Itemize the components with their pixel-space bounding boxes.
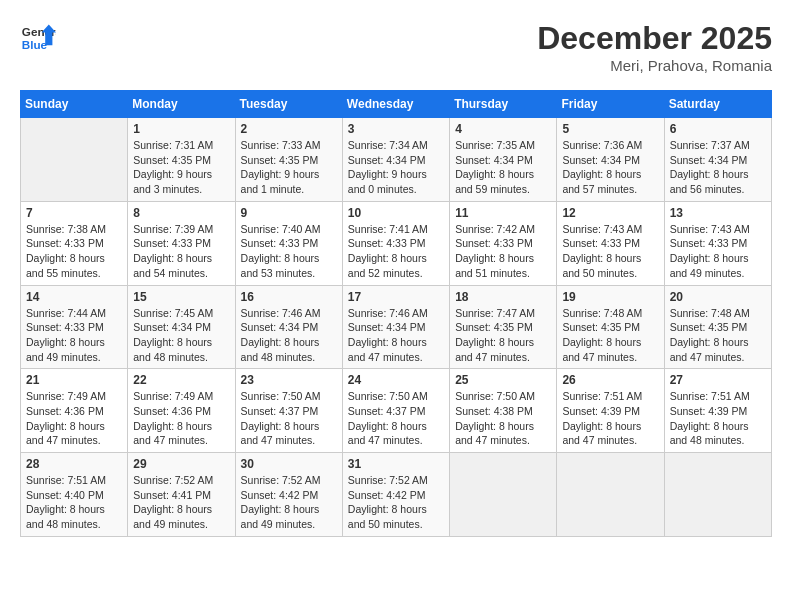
day-info: Sunrise: 7:48 AMSunset: 4:35 PMDaylight:… xyxy=(562,306,658,365)
day-info: Sunrise: 7:51 AMSunset: 4:39 PMDaylight:… xyxy=(562,389,658,448)
day-number: 6 xyxy=(670,122,766,136)
day-info: Sunrise: 7:40 AMSunset: 4:33 PMDaylight:… xyxy=(241,222,337,281)
day-info: Sunrise: 7:34 AMSunset: 4:34 PMDaylight:… xyxy=(348,138,444,197)
day-number: 29 xyxy=(133,457,229,471)
day-number: 26 xyxy=(562,373,658,387)
calendar-cell: 3Sunrise: 7:34 AMSunset: 4:34 PMDaylight… xyxy=(342,118,449,202)
day-number: 2 xyxy=(241,122,337,136)
day-info: Sunrise: 7:49 AMSunset: 4:36 PMDaylight:… xyxy=(26,389,122,448)
day-info: Sunrise: 7:35 AMSunset: 4:34 PMDaylight:… xyxy=(455,138,551,197)
day-number: 3 xyxy=(348,122,444,136)
day-number: 7 xyxy=(26,206,122,220)
day-number: 13 xyxy=(670,206,766,220)
day-number: 10 xyxy=(348,206,444,220)
day-info: Sunrise: 7:52 AMSunset: 4:42 PMDaylight:… xyxy=(241,473,337,532)
day-info: Sunrise: 7:50 AMSunset: 4:38 PMDaylight:… xyxy=(455,389,551,448)
day-number: 16 xyxy=(241,290,337,304)
calendar-cell: 26Sunrise: 7:51 AMSunset: 4:39 PMDayligh… xyxy=(557,369,664,453)
calendar-cell xyxy=(664,453,771,537)
day-number: 15 xyxy=(133,290,229,304)
week-row-3: 14Sunrise: 7:44 AMSunset: 4:33 PMDayligh… xyxy=(21,285,772,369)
col-header-friday: Friday xyxy=(557,91,664,118)
calendar-cell: 23Sunrise: 7:50 AMSunset: 4:37 PMDayligh… xyxy=(235,369,342,453)
week-row-1: 1Sunrise: 7:31 AMSunset: 4:35 PMDaylight… xyxy=(21,118,772,202)
day-number: 20 xyxy=(670,290,766,304)
calendar-cell: 6Sunrise: 7:37 AMSunset: 4:34 PMDaylight… xyxy=(664,118,771,202)
day-number: 11 xyxy=(455,206,551,220)
calendar-cell: 2Sunrise: 7:33 AMSunset: 4:35 PMDaylight… xyxy=(235,118,342,202)
calendar-cell: 30Sunrise: 7:52 AMSunset: 4:42 PMDayligh… xyxy=(235,453,342,537)
calendar-header: SundayMondayTuesdayWednesdayThursdayFrid… xyxy=(21,91,772,118)
day-info: Sunrise: 7:33 AMSunset: 4:35 PMDaylight:… xyxy=(241,138,337,197)
day-number: 19 xyxy=(562,290,658,304)
week-row-2: 7Sunrise: 7:38 AMSunset: 4:33 PMDaylight… xyxy=(21,201,772,285)
calendar-cell: 21Sunrise: 7:49 AMSunset: 4:36 PMDayligh… xyxy=(21,369,128,453)
day-number: 30 xyxy=(241,457,337,471)
day-number: 24 xyxy=(348,373,444,387)
day-number: 25 xyxy=(455,373,551,387)
day-number: 22 xyxy=(133,373,229,387)
day-info: Sunrise: 7:46 AMSunset: 4:34 PMDaylight:… xyxy=(348,306,444,365)
calendar-cell: 22Sunrise: 7:49 AMSunset: 4:36 PMDayligh… xyxy=(128,369,235,453)
day-number: 18 xyxy=(455,290,551,304)
day-number: 1 xyxy=(133,122,229,136)
day-number: 4 xyxy=(455,122,551,136)
calendar-cell: 24Sunrise: 7:50 AMSunset: 4:37 PMDayligh… xyxy=(342,369,449,453)
calendar-cell: 13Sunrise: 7:43 AMSunset: 4:33 PMDayligh… xyxy=(664,201,771,285)
day-info: Sunrise: 7:31 AMSunset: 4:35 PMDaylight:… xyxy=(133,138,229,197)
day-info: Sunrise: 7:39 AMSunset: 4:33 PMDaylight:… xyxy=(133,222,229,281)
day-info: Sunrise: 7:52 AMSunset: 4:42 PMDaylight:… xyxy=(348,473,444,532)
day-number: 27 xyxy=(670,373,766,387)
calendar-cell: 5Sunrise: 7:36 AMSunset: 4:34 PMDaylight… xyxy=(557,118,664,202)
day-info: Sunrise: 7:45 AMSunset: 4:34 PMDaylight:… xyxy=(133,306,229,365)
day-number: 31 xyxy=(348,457,444,471)
day-info: Sunrise: 7:43 AMSunset: 4:33 PMDaylight:… xyxy=(562,222,658,281)
day-info: Sunrise: 7:48 AMSunset: 4:35 PMDaylight:… xyxy=(670,306,766,365)
calendar-cell: 8Sunrise: 7:39 AMSunset: 4:33 PMDaylight… xyxy=(128,201,235,285)
location: Meri, Prahova, Romania xyxy=(537,57,772,74)
day-info: Sunrise: 7:43 AMSunset: 4:33 PMDaylight:… xyxy=(670,222,766,281)
day-info: Sunrise: 7:38 AMSunset: 4:33 PMDaylight:… xyxy=(26,222,122,281)
day-info: Sunrise: 7:37 AMSunset: 4:34 PMDaylight:… xyxy=(670,138,766,197)
day-info: Sunrise: 7:50 AMSunset: 4:37 PMDaylight:… xyxy=(348,389,444,448)
calendar-cell: 25Sunrise: 7:50 AMSunset: 4:38 PMDayligh… xyxy=(450,369,557,453)
calendar-cell: 16Sunrise: 7:46 AMSunset: 4:34 PMDayligh… xyxy=(235,285,342,369)
calendar-cell: 10Sunrise: 7:41 AMSunset: 4:33 PMDayligh… xyxy=(342,201,449,285)
calendar-cell: 15Sunrise: 7:45 AMSunset: 4:34 PMDayligh… xyxy=(128,285,235,369)
day-info: Sunrise: 7:49 AMSunset: 4:36 PMDaylight:… xyxy=(133,389,229,448)
calendar-cell xyxy=(450,453,557,537)
calendar-cell: 14Sunrise: 7:44 AMSunset: 4:33 PMDayligh… xyxy=(21,285,128,369)
day-info: Sunrise: 7:51 AMSunset: 4:40 PMDaylight:… xyxy=(26,473,122,532)
calendar-cell: 27Sunrise: 7:51 AMSunset: 4:39 PMDayligh… xyxy=(664,369,771,453)
calendar-cell: 1Sunrise: 7:31 AMSunset: 4:35 PMDaylight… xyxy=(128,118,235,202)
page-header: General Blue December 2025 Meri, Prahova… xyxy=(20,20,772,74)
day-info: Sunrise: 7:36 AMSunset: 4:34 PMDaylight:… xyxy=(562,138,658,197)
calendar-cell: 17Sunrise: 7:46 AMSunset: 4:34 PMDayligh… xyxy=(342,285,449,369)
logo-icon: General Blue xyxy=(20,20,56,56)
calendar-cell: 7Sunrise: 7:38 AMSunset: 4:33 PMDaylight… xyxy=(21,201,128,285)
calendar-table: SundayMondayTuesdayWednesdayThursdayFrid… xyxy=(20,90,772,537)
week-row-4: 21Sunrise: 7:49 AMSunset: 4:36 PMDayligh… xyxy=(21,369,772,453)
day-number: 5 xyxy=(562,122,658,136)
calendar-cell: 18Sunrise: 7:47 AMSunset: 4:35 PMDayligh… xyxy=(450,285,557,369)
week-row-5: 28Sunrise: 7:51 AMSunset: 4:40 PMDayligh… xyxy=(21,453,772,537)
month-title: December 2025 xyxy=(537,20,772,57)
col-header-saturday: Saturday xyxy=(664,91,771,118)
day-number: 17 xyxy=(348,290,444,304)
day-info: Sunrise: 7:52 AMSunset: 4:41 PMDaylight:… xyxy=(133,473,229,532)
logo: General Blue xyxy=(20,20,56,56)
col-header-sunday: Sunday xyxy=(21,91,128,118)
col-header-thursday: Thursday xyxy=(450,91,557,118)
calendar-cell: 9Sunrise: 7:40 AMSunset: 4:33 PMDaylight… xyxy=(235,201,342,285)
calendar-cell: 29Sunrise: 7:52 AMSunset: 4:41 PMDayligh… xyxy=(128,453,235,537)
calendar-cell xyxy=(557,453,664,537)
day-number: 28 xyxy=(26,457,122,471)
day-info: Sunrise: 7:46 AMSunset: 4:34 PMDaylight:… xyxy=(241,306,337,365)
day-info: Sunrise: 7:51 AMSunset: 4:39 PMDaylight:… xyxy=(670,389,766,448)
day-number: 21 xyxy=(26,373,122,387)
day-info: Sunrise: 7:47 AMSunset: 4:35 PMDaylight:… xyxy=(455,306,551,365)
day-number: 12 xyxy=(562,206,658,220)
calendar-cell: 12Sunrise: 7:43 AMSunset: 4:33 PMDayligh… xyxy=(557,201,664,285)
calendar-cell: 11Sunrise: 7:42 AMSunset: 4:33 PMDayligh… xyxy=(450,201,557,285)
col-header-monday: Monday xyxy=(128,91,235,118)
